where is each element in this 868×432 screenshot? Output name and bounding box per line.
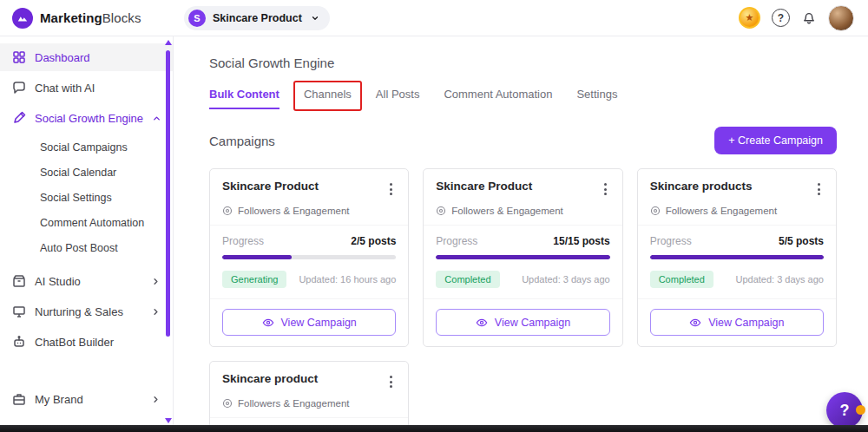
eye-icon: [262, 317, 274, 329]
progress-fill: [436, 255, 609, 259]
sidebar-scrollbar[interactable]: [164, 40, 172, 423]
nurturing-sales-icon: [12, 304, 26, 318]
card-title: Skincare Product: [222, 180, 319, 193]
project-selector[interactable]: S Skincare Product: [184, 6, 330, 30]
dashboard-grid-icon: [12, 50, 26, 64]
bottom-strip: [0, 425, 868, 432]
sidebar-subitem-social-campaigns[interactable]: Social Campaigns: [0, 134, 173, 160]
help-fab[interactable]: ?: [826, 392, 863, 429]
tab-channels-label: Channels: [304, 88, 352, 101]
card-footer: View Campaign: [210, 298, 408, 346]
campaign-card: Skincare product Followers & Engagement …: [209, 361, 409, 425]
sidebar-item-chat-with-ai[interactable]: Chat with AI: [0, 74, 173, 101]
sidebar-item-my-brand[interactable]: My Brand: [0, 385, 173, 413]
kebab-menu-icon[interactable]: [385, 372, 398, 391]
objective-label: Followers & Engagement: [451, 206, 562, 216]
top-actions: ?: [739, 5, 856, 31]
kebab-menu-icon[interactable]: [385, 180, 398, 199]
card-objective: Followers & Engagement: [210, 396, 408, 418]
updated-text: Updated: 3 days ago: [735, 274, 824, 285]
sidebar-subitem-social-settings[interactable]: Social Settings: [0, 185, 173, 210]
progress-label: Progress: [650, 235, 692, 247]
card-body: Progress 4/4 posts: [210, 418, 408, 425]
posts-count: 5/5 posts: [779, 235, 824, 247]
kebab-menu-icon[interactable]: [812, 180, 825, 199]
brand-name-light: Blocks: [102, 10, 141, 25]
objective-label: Followers & Engagement: [666, 206, 777, 216]
status-badge: Completed: [436, 271, 499, 288]
card-footer: View Campaign: [638, 298, 836, 346]
chevron-right-icon: [151, 277, 161, 286]
campaigns-header: Campaigns + Create Campaign: [209, 127, 837, 154]
subitem-label: Comment Automation: [40, 217, 144, 229]
kebab-menu-icon[interactable]: [599, 180, 612, 199]
help-glyph: ?: [778, 12, 784, 24]
tab-channels[interactable]: Channels: [304, 88, 352, 109]
view-campaign-label: View Campaign: [495, 317, 570, 329]
posts-count: 15/15 posts: [553, 235, 609, 247]
view-campaign-button[interactable]: View Campaign: [222, 309, 396, 336]
card-header: Skincare Product: [424, 169, 621, 204]
eye-icon: [476, 317, 488, 329]
rewards-coin-icon[interactable]: [739, 7, 760, 29]
tab-comment-automation[interactable]: Comment Automation: [444, 88, 552, 109]
sidebar: Dashboard Chat with AI Social Growth Eng…: [0, 36, 174, 425]
chevron-down-icon: [311, 14, 319, 23]
tab-all-posts[interactable]: All Posts: [376, 88, 420, 109]
sidebar-subitem-comment-automation[interactable]: Comment Automation: [0, 210, 173, 235]
brand-name-bold: Marketing: [40, 10, 102, 25]
sidebar-subitem-social-calendar[interactable]: Social Calendar: [0, 160, 173, 185]
status-badge: Completed: [650, 271, 713, 288]
help-icon[interactable]: ?: [772, 9, 790, 27]
sidebar-item-label: AI Studio: [35, 275, 81, 288]
tabs: Bulk Content Channels All Posts Comment …: [209, 88, 837, 109]
view-campaign-button[interactable]: View Campaign: [436, 309, 609, 336]
sidebar-item-social-growth-engine[interactable]: Social Growth Engine: [0, 104, 173, 132]
posts-count: 2/5 posts: [351, 235, 396, 247]
subitem-label: Social Settings: [40, 192, 112, 204]
notification-dot: [856, 405, 865, 415]
updated-text: Updated: 3 days ago: [522, 274, 610, 285]
campaign-card: Skincare Product Followers & Engagement …: [423, 168, 622, 347]
user-avatar[interactable]: [828, 5, 854, 31]
card-title: Skincare Product: [436, 180, 532, 193]
ai-studio-icon: [12, 274, 26, 288]
campaign-card: Skincare products Followers & Engagement…: [637, 168, 837, 347]
progress-bar: [650, 255, 824, 259]
top-bar: MarketingBlocks S Skincare Product ?: [0, 0, 868, 36]
create-campaign-button[interactable]: + Create Campaign: [714, 127, 837, 154]
sidebar-item-ai-studio[interactable]: AI Studio: [0, 267, 173, 295]
objective-icon: [222, 206, 233, 216]
campaign-grid: Skincare Product Followers & Engagement …: [209, 168, 837, 425]
progress-fill: [222, 255, 292, 259]
objective-label: Followers & Engagement: [238, 398, 349, 409]
card-objective: Followers & Engagement: [210, 204, 408, 226]
sidebar-item-nurturing-sales[interactable]: Nurturing & Sales: [0, 298, 173, 325]
card-header: Skincare products: [638, 169, 836, 204]
notifications-bell-icon[interactable]: [801, 10, 817, 26]
view-campaign-button[interactable]: View Campaign: [650, 309, 824, 336]
view-campaign-label: View Campaign: [281, 317, 357, 329]
brand[interactable]: MarketingBlocks: [12, 8, 184, 29]
card-header: Skincare Product: [210, 169, 408, 204]
updated-text: Updated: 16 hours ago: [299, 274, 396, 285]
tab-bulk-content[interactable]: Bulk Content: [209, 88, 279, 109]
main-content: Social Growth Engine Bulk Content Channe…: [174, 36, 868, 425]
sidebar-item-label: ChatBot Builder: [35, 336, 114, 349]
scrollbar-thumb[interactable]: [166, 50, 170, 337]
progress-label: Progress: [436, 235, 477, 247]
project-label: Skincare Product: [213, 12, 302, 24]
card-objective: Followers & Engagement: [424, 204, 621, 226]
scroll-up-arrow-icon[interactable]: [165, 40, 172, 45]
chevron-right-icon: [151, 307, 161, 317]
sidebar-subitem-auto-post-boost[interactable]: Auto Post Boost: [0, 235, 173, 260]
project-avatar: S: [188, 10, 206, 27]
scroll-down-arrow-icon[interactable]: [165, 418, 172, 423]
subitem-label: Auto Post Boost: [40, 242, 118, 254]
sidebar-item-chatbot-builder[interactable]: ChatBot Builder: [0, 328, 173, 356]
sidebar-item-label: Dashboard: [35, 51, 90, 64]
card-body: Progress 15/15 posts Completed Updated: …: [424, 226, 621, 298]
sidebar-item-dashboard[interactable]: Dashboard: [0, 43, 173, 71]
chevron-right-icon: [151, 395, 161, 404]
tab-settings[interactable]: Settings: [576, 88, 617, 109]
